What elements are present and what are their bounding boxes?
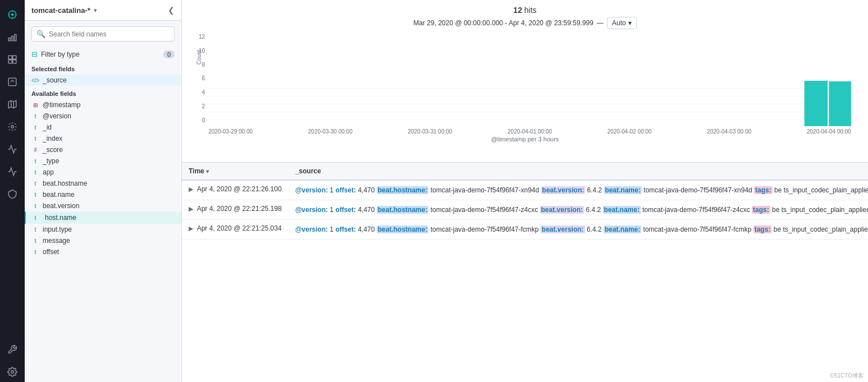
svg-rect-11 (8, 60, 12, 63)
main-content: 12 hits Mar 29, 2020 @ 00:00:00.000 - Ap… (182, 0, 868, 382)
token-tags-key-1: tags: (754, 186, 773, 194)
field-item-beat-hostname[interactable]: t beat.hostname (25, 178, 181, 189)
field-item-timestamp[interactable]: ⊞ @timestamp (25, 99, 181, 111)
time-value-1: Apr 4, 2020 @ 22:21:26.100 (197, 185, 282, 193)
x-label-0403: 2020-04-03 00:00 (707, 128, 751, 135)
field-type-text-icon: t (31, 113, 39, 119)
field-item-type[interactable]: t _type (25, 155, 181, 167)
y-label-8: 8 (202, 62, 205, 68)
ml-icon[interactable] (2, 117, 22, 137)
field-name-offset: offset (43, 248, 59, 256)
y-label-0: 0 (202, 117, 205, 123)
token-beat-hostname-val-2: tomcat-java-demo-7f54f96f47-z4cxc (428, 206, 540, 214)
svg-rect-7 (12, 36, 13, 41)
token-beat-version-val-2: 6.4.2 (584, 206, 602, 214)
selected-fields-label: Selected fields (25, 61, 181, 75)
filter-by-type-row[interactable]: ⊟ Filter by type 0 (25, 47, 181, 61)
field-type-text-icon7: t (31, 192, 39, 198)
token-offset-key-2: offset: (335, 206, 356, 214)
y-label-2: 2 (202, 103, 205, 109)
token-version-val: 1 (328, 186, 335, 194)
auto-select-dropdown[interactable]: Auto ▾ (607, 17, 637, 29)
filter-label: Filter by type (41, 50, 80, 58)
expand-row-btn[interactable]: ▶ (189, 186, 193, 192)
auto-label: Auto (612, 19, 626, 27)
token-version-key: @version: (295, 186, 328, 194)
management-icon[interactable] (2, 362, 22, 382)
results-table: Time ▾ _source ▶ Apr 4, 2020 @ 22:21:26.… (182, 163, 868, 240)
field-item-host-name[interactable]: t host.name (25, 211, 181, 224)
field-type-text-icon5: t (31, 169, 39, 176)
field-name-beat-hostname: beat.hostname (43, 180, 87, 187)
token-beat-hostname-key-3: beat.hostname: (377, 225, 429, 233)
table-row: ▶ Apr 4, 2020 @ 22:21:25.034 @version: 1… (182, 220, 868, 240)
expand-row-btn-2[interactable]: ▶ (189, 205, 193, 212)
token-beat-hostname-val-3: tomcat-java-demo-7f54f96f47-fcmkp (428, 225, 540, 233)
time-cell: ▶ Apr 4, 2020 @ 22:21:26.100 (182, 180, 289, 200)
source-cell-2: @version: 1 offset: 4,470 beat.hostname:… (289, 200, 868, 220)
canvas-icon[interactable] (2, 72, 22, 92)
search-icon: 🔍 (36, 30, 45, 38)
field-item-score[interactable]: # _score (25, 144, 181, 155)
uptime-icon[interactable] (2, 162, 22, 182)
token-beat-version-val-1: 6.4.2 (585, 186, 604, 194)
expand-row-btn-3[interactable]: ▶ (189, 225, 193, 232)
svg-point-1 (11, 13, 14, 16)
visualize-icon[interactable] (2, 27, 22, 47)
field-item-version[interactable]: t @version (25, 111, 181, 122)
filter-icon: ⊟ (31, 50, 38, 58)
token-beat-name-val-1: tomcat-java-demo-7f54f96f47-xn94d (642, 186, 754, 194)
token-beat-version-key-3: beat.version: (541, 225, 585, 233)
field-item-app[interactable]: t app (25, 167, 181, 178)
table-row: ▶ Apr 4, 2020 @ 22:21:25.198 @version: 1… (182, 200, 868, 220)
source-column-header: _source (289, 163, 868, 180)
sort-arrow-icon: ▾ (206, 168, 209, 174)
field-item-offset[interactable]: t offset (25, 246, 181, 257)
field-item-message[interactable]: t message (25, 235, 181, 246)
field-item-id[interactable]: t _id (25, 122, 181, 133)
field-name-score: _score (43, 146, 63, 154)
field-name-beat-version: beat.version (43, 202, 79, 210)
x-label-0331: 2020-03-31 00:00 (408, 128, 452, 135)
histogram-chart (208, 81, 851, 128)
source-label: _source (295, 167, 321, 175)
field-item-beat-version[interactable]: t beat.version (25, 200, 181, 211)
search-field-input[interactable] (49, 30, 170, 38)
y-label-6: 6 (202, 75, 205, 81)
time-column-header[interactable]: Time ▾ (182, 163, 289, 180)
chevron-down-icon[interactable]: ▾ (94, 7, 97, 14)
svg-rect-25 (805, 81, 828, 126)
token-offset-val-3: 4,470 (356, 225, 377, 233)
x-axis-label: @timestamp per 3 hours (193, 136, 857, 142)
svg-rect-9 (8, 56, 12, 59)
token-offset-val-2: 4,470 (356, 206, 377, 214)
field-type-text-icon12: t (31, 249, 39, 255)
token-beat-name-key-1: beat.name: (604, 186, 642, 194)
date-range-text: Mar 29, 2020 @ 00:00:00.000 - Apr 4, 202… (413, 19, 593, 27)
chart-area: 12 hits Mar 29, 2020 @ 00:00:00.000 - Ap… (182, 0, 868, 163)
apm-icon[interactable] (2, 139, 22, 159)
available-fields-label: Available fields (25, 86, 181, 99)
svg-rect-10 (13, 56, 16, 59)
field-item-beat-name[interactable]: t beat.name (25, 189, 181, 200)
field-type-text-icon4: t (31, 158, 39, 164)
siem-icon[interactable] (2, 184, 22, 204)
dev-tools-icon[interactable] (2, 339, 22, 360)
dashboard-icon[interactable] (2, 49, 22, 70)
maps-icon[interactable] (2, 94, 22, 114)
token-beat-name-val-2: tomcat-java-demo-7f54f96f47-z4cxc (641, 206, 752, 214)
token-beat-name-val-3: tomcat-java-demo-7f54f96f47-fcmkp (641, 225, 753, 233)
field-name-type: _type (43, 157, 59, 165)
x-label-0329: 2020-03-29 00:00 (208, 128, 253, 135)
token-beat-name-key-2: beat.name: (603, 206, 641, 214)
field-item-input-type[interactable]: t input.type (25, 224, 181, 235)
close-icon[interactable]: ❮ (168, 6, 175, 15)
field-item-index[interactable]: t _index (25, 133, 181, 144)
icon-bar (0, 0, 25, 382)
token-version-key-2: @version: (295, 206, 328, 214)
hits-label: hits (524, 6, 537, 15)
x-label-0402: 2020-04-02 00:00 (607, 128, 652, 135)
token-tags-val-2: be ts_input_codec_plain_applied (770, 206, 868, 214)
discover-icon[interactable] (2, 4, 22, 25)
field-item-source[interactable]: </> _source (25, 75, 181, 86)
